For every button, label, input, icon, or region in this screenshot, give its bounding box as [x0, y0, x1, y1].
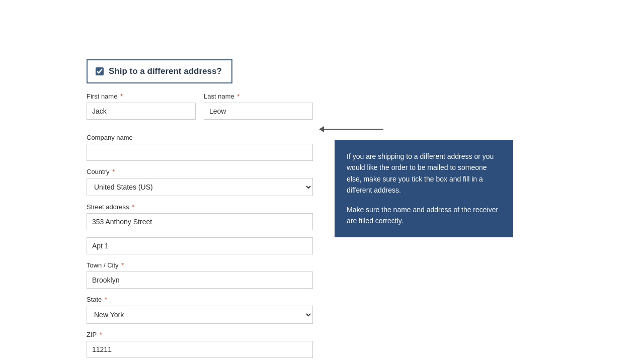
arrow-line: [323, 129, 383, 130]
first-name-group: First name *: [87, 93, 196, 120]
zip-group: ZIP *: [87, 331, 313, 358]
state-required: *: [105, 296, 107, 303]
ship-different-label: Ship to a different address?: [109, 66, 222, 76]
arrow-indicator: [323, 129, 383, 130]
info-paragraph-1: If you are shipping to a different addre…: [347, 151, 501, 196]
zip-input[interactable]: [87, 341, 313, 358]
last-name-group: Last name *: [204, 93, 313, 120]
form-section: Ship to a different address? First name …: [87, 59, 313, 362]
state-select[interactable]: New York California Texas Florida: [87, 306, 313, 324]
street-address-input[interactable]: [87, 213, 313, 230]
zip-required: *: [100, 331, 102, 338]
name-row: First name * Last name *: [87, 93, 313, 127]
country-select[interactable]: United States (US) Canada United Kingdom: [87, 178, 313, 196]
last-name-label: Last name *: [204, 93, 313, 100]
street-address-group: Street address *: [87, 203, 313, 230]
info-box: If you are shipping to a different addre…: [335, 140, 513, 237]
first-name-required: *: [120, 93, 123, 100]
first-name-input[interactable]: [87, 103, 196, 120]
town-city-input[interactable]: [87, 272, 313, 289]
town-city-label: Town / City *: [87, 261, 313, 269]
state-label: State *: [87, 296, 313, 303]
company-name-input[interactable]: [87, 144, 313, 161]
last-name-input[interactable]: [204, 103, 313, 120]
first-name-label: First name *: [87, 93, 196, 100]
info-paragraph-2: Make sure the name and address of the re…: [347, 204, 501, 227]
ship-different-container[interactable]: Ship to a different address?: [87, 59, 232, 83]
state-group: State * New York California Texas Florid…: [87, 296, 313, 324]
last-name-required: *: [237, 93, 239, 100]
street-address-2-input[interactable]: [87, 237, 313, 254]
company-name-group: Company name: [87, 134, 313, 161]
town-city-group: Town / City *: [87, 261, 313, 289]
country-required: *: [112, 168, 115, 175]
street-address-label: Street address *: [87, 203, 313, 211]
town-required: *: [121, 261, 124, 269]
page-container: Ship to a different address? First name …: [0, 0, 644, 362]
country-group: Country * United States (US) Canada Unit…: [87, 168, 313, 196]
ship-different-checkbox[interactable]: [96, 67, 104, 75]
country-label: Country *: [87, 168, 313, 175]
company-name-label: Company name: [87, 134, 313, 141]
street-address-2-group: [87, 237, 313, 254]
zip-label: ZIP *: [87, 331, 313, 338]
street-required: *: [132, 203, 134, 211]
